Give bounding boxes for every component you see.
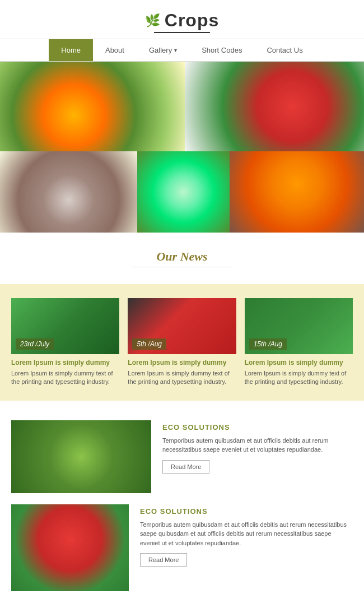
eco-text-left: ECO SOLUTIONS Temporibus autem quibusdam…: [162, 420, 353, 493]
news-cards-section: 23rd /July Lorem Ipsum is simply dummy L…: [0, 284, 364, 401]
eco-image-tomatoes: [11, 504, 129, 591]
nav-link-gallery[interactable]: Gallery ▾: [137, 39, 189, 61]
nav-item-gallery[interactable]: Gallery ▾: [137, 39, 189, 61]
eco-title-left: ECO SOLUTIONS: [162, 423, 353, 431]
read-more-right-button[interactable]: Read More: [140, 553, 187, 567]
our-news-section: Our News: [0, 233, 364, 284]
hero-image-potatoes: [0, 151, 137, 233]
nav-item-shortcodes[interactable]: Short Codes: [189, 39, 254, 61]
nav-link-about[interactable]: About: [93, 39, 137, 61]
eco-text-right: ECO SOLUTIONS Temporibus autem quibusdam…: [140, 504, 353, 591]
image-row-top: [0, 62, 364, 151]
eco-body-right: Temporibus autem quibusdam et aut offici…: [140, 520, 353, 548]
logo-container: 🌿 Crops: [0, 10, 364, 31]
news-card-2-date: 5th /Aug: [132, 338, 166, 350]
news-cards-container: 23rd /July Lorem Ipsum is simply dummy L…: [11, 298, 353, 387]
news-card-1: 23rd /July Lorem Ipsum is simply dummy L…: [11, 298, 119, 387]
news-card-3-title: Lorem Ipsum is simply dummy: [245, 359, 353, 366]
news-card-3-image: 15th /Aug: [245, 298, 353, 354]
nav-link-home[interactable]: Home: [49, 39, 93, 61]
news-card-1-title: Lorem Ipsum is simply dummy: [11, 359, 119, 366]
hero-image-carrots: [230, 151, 364, 233]
image-row-bottom: [0, 151, 364, 233]
news-card-3-date: 15th /Aug: [249, 338, 287, 350]
news-card-1-body: Lorem Ipsum is simply dummy text of the …: [11, 369, 119, 387]
logo-underline: [154, 32, 210, 33]
nav-item-home[interactable]: Home: [49, 39, 93, 61]
nav-item-contact[interactable]: Contact Us: [254, 39, 315, 61]
hero-image-lettuce: [137, 151, 230, 233]
chevron-down-icon: ▾: [174, 47, 177, 53]
eco-row-1: ECO SOLUTIONS Temporibus autem quibusdam…: [11, 420, 353, 493]
news-title: Our News: [11, 249, 353, 264]
news-divider: [132, 267, 232, 267]
eco-title-right: ECO SOLUTIONS: [140, 507, 353, 516]
nav-link-shortcodes[interactable]: Short Codes: [189, 39, 254, 61]
news-card-3: 15th /Aug Lorem Ipsum is simply dummy Lo…: [245, 298, 353, 387]
site-header: 🌿 Crops: [0, 0, 364, 39]
main-nav: Home About Gallery ▾ Short Codes Contact…: [0, 39, 364, 62]
news-card-2-title: Lorem Ipsum is simply dummy: [128, 359, 236, 366]
news-card-2: 5th /Aug Lorem Ipsum is simply dummy Lor…: [128, 298, 236, 387]
news-card-2-body: Lorem Ipsum is simply dummy text of the …: [128, 369, 236, 387]
eco-row-2: ECO SOLUTIONS Temporibus autem quibusdam…: [11, 504, 353, 591]
news-card-1-date: 23rd /July: [16, 338, 54, 350]
read-more-left-button[interactable]: Read More: [162, 460, 209, 474]
hero-image-veggie-mix: [0, 62, 185, 151]
news-card-2-image: 5th /Aug: [128, 298, 236, 354]
eco-body-left: Temporibus autem quibusdam et aut offici…: [162, 436, 353, 454]
logo-icon: 🌿: [145, 13, 160, 28]
news-card-3-body: Lorem Ipsum is simply dummy text of the …: [245, 369, 353, 387]
hero-image-tomatoes: [185, 62, 364, 151]
logo-text: Crops: [165, 10, 219, 31]
news-card-1-image: 23rd /July: [11, 298, 119, 354]
hero-image-grid: [0, 62, 364, 233]
eco-image-peas: [11, 420, 151, 493]
nav-link-contact[interactable]: Contact Us: [254, 39, 315, 61]
eco-section: ECO SOLUTIONS Temporibus autem quibusdam…: [0, 415, 364, 605]
nav-item-about[interactable]: About: [93, 39, 137, 61]
back-to-top-container: ❯: [0, 605, 364, 608]
